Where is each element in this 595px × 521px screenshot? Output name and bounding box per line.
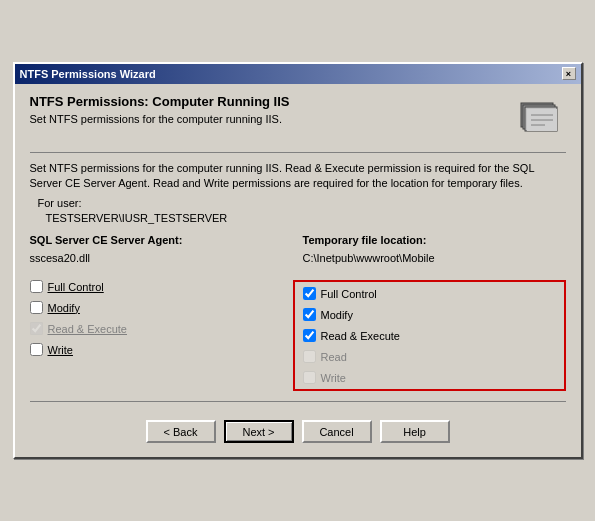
checkbox-label: Modify (321, 309, 353, 321)
header-section: NTFS Permissions: Computer Running IIS S… (30, 94, 566, 153)
checkbox-label: Read & Execute (321, 330, 401, 342)
checkbox-rc4 (303, 350, 316, 363)
list-item[interactable]: Modify (30, 301, 283, 314)
checkbox-label: Write (321, 372, 346, 384)
right-col-value: C:\Inetpub\wwwroot\Mobile (303, 252, 566, 264)
description-box: Set NTFS permissions for the computer ru… (30, 161, 566, 227)
list-item[interactable]: Full Control (30, 280, 283, 293)
next-button[interactable]: Next > (224, 420, 294, 443)
user-info: For user: TESTSERVER\IUSR_TESTSERVER (38, 196, 566, 227)
user-label: For user: (38, 197, 82, 209)
left-checkbox-column: Full ControlModifyRead & ExecuteWrite (30, 280, 283, 391)
help-button[interactable]: Help (380, 420, 450, 443)
list-item[interactable]: Modify (303, 308, 556, 321)
checkbox-rc1[interactable] (303, 287, 316, 300)
user-value: TESTSERVER\IUSR_TESTSERVER (46, 212, 228, 224)
checkbox-lc4[interactable] (30, 343, 43, 356)
checkbox-area: Full ControlModifyRead & ExecuteWrite Fu… (30, 280, 566, 391)
checkbox-lc2[interactable] (30, 301, 43, 314)
title-bar: NTFS Permissions Wizard × (15, 64, 581, 84)
window-title: NTFS Permissions Wizard (20, 68, 156, 80)
left-col-value: sscesa20.dll (30, 252, 293, 264)
description-text: Set NTFS permissions for the computer ru… (30, 162, 535, 189)
checkbox-label: Read & Execute (48, 323, 128, 335)
checkbox-rc5 (303, 371, 316, 384)
checkbox-label: Full Control (321, 288, 377, 300)
list-item[interactable]: Write (30, 343, 283, 356)
separator (30, 401, 566, 402)
dialog-content: NTFS Permissions: Computer Running IIS S… (15, 84, 581, 458)
checkbox-label: Full Control (48, 281, 104, 293)
title-controls: × (562, 67, 576, 80)
wizard-icon (516, 94, 566, 144)
cancel-button[interactable]: Cancel (302, 420, 372, 443)
list-item[interactable]: Read & Execute (303, 329, 556, 342)
ntfs-icon (517, 95, 565, 143)
left-col-title: SQL Server CE Server Agent: (30, 234, 293, 246)
list-item: Write (303, 371, 556, 384)
list-item: Read & Execute (30, 322, 283, 335)
right-checkbox-column: Full ControlModifyRead & ExecuteReadWrit… (293, 280, 566, 391)
button-row: < Back Next > Cancel Help (30, 412, 566, 447)
list-item: Read (303, 350, 556, 363)
checkbox-lc1[interactable] (30, 280, 43, 293)
close-button[interactable]: × (562, 67, 576, 80)
list-item[interactable]: Full Control (303, 287, 556, 300)
right-column-header: Temporary file location: C:\Inetpub\wwwr… (303, 234, 566, 274)
main-window: NTFS Permissions Wizard × NTFS Permissio… (13, 62, 583, 460)
checkbox-label: Modify (48, 302, 80, 314)
back-button[interactable]: < Back (146, 420, 216, 443)
checkbox-rc3[interactable] (303, 329, 316, 342)
page-subtitle: Set NTFS permissions for the computer ru… (30, 113, 290, 125)
columns-section: SQL Server CE Server Agent: sscesa20.dll… (30, 234, 566, 274)
checkbox-label: Read (321, 351, 347, 363)
checkbox-lc3 (30, 322, 43, 335)
page-title: NTFS Permissions: Computer Running IIS (30, 94, 290, 109)
checkbox-label: Write (48, 344, 73, 356)
right-col-title: Temporary file location: (303, 234, 566, 246)
header-text: NTFS Permissions: Computer Running IIS S… (30, 94, 290, 125)
checkbox-rc2[interactable] (303, 308, 316, 321)
left-column-header: SQL Server CE Server Agent: sscesa20.dll (30, 234, 293, 274)
